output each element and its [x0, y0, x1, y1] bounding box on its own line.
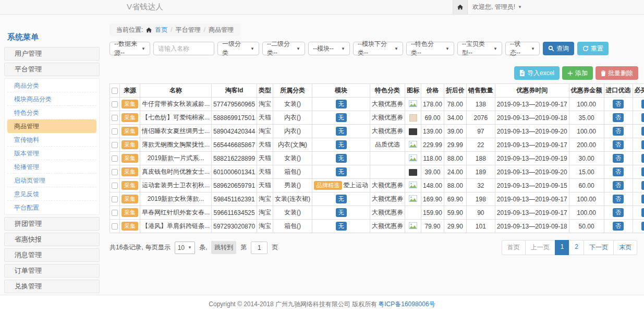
- filter-select-6[interactable]: --模块下分类--▼: [353, 42, 403, 55]
- must-buy-badge[interactable]: 否: [641, 154, 644, 163]
- import-select-badge[interactable]: 否: [613, 208, 624, 217]
- sidebar-item-商品管理[interactable]: 商品管理: [7, 119, 96, 133]
- sidebar-item-平台配置[interactable]: 平台配置: [7, 201, 96, 214]
- sidebar-item-版本管理[interactable]: 版本管理: [7, 147, 96, 160]
- cell-feature: [370, 152, 405, 165]
- product-thumbnail: [409, 114, 417, 122]
- user-menu[interactable]: 欢迎您, 管理员! ▼: [472, 3, 522, 11]
- pager-button-2[interactable]: 2: [569, 240, 584, 255]
- filter-select-7[interactable]: --特色分类--▼: [406, 42, 454, 55]
- must-buy-badge[interactable]: 否: [641, 208, 644, 217]
- column-header-price: 价格: [421, 84, 444, 98]
- table-header-row: 来源名称淘客Id类型所属分类模块特色分类图标价格折后价销售数量优惠券时间优惠券金…: [110, 84, 644, 98]
- cell-name: 【七色纺】可爱纯棉家...: [140, 111, 212, 125]
- sidebar-item-模块商品分类[interactable]: 模块商品分类: [7, 92, 96, 106]
- cell-sales: 198: [466, 192, 495, 206]
- cell-checkbox: [110, 220, 120, 233]
- import-select-badge[interactable]: 否: [613, 127, 624, 136]
- row-checkbox[interactable]: [112, 169, 118, 175]
- sidebar-group-拼团管理[interactable]: 拼团管理: [4, 217, 100, 231]
- sidebar-item-特色分类[interactable]: 特色分类: [7, 106, 96, 119]
- sidebar-group-消息管理[interactable]: 消息管理: [4, 248, 100, 262]
- breadcrumb-separator: /: [171, 26, 172, 33]
- action-toolbar: 导入excel添加批量删除: [110, 66, 638, 80]
- must-buy-badge[interactable]: 否: [641, 181, 644, 190]
- sidebar-group-用户管理[interactable]: 用户管理: [4, 47, 100, 61]
- cell-coupon_time: 2019-09-13—2019-09-18: [495, 111, 569, 125]
- table-row: 采集【港风】单肩斜跨链条...597293020870淘宝箱包()无大额优惠券7…: [110, 220, 644, 233]
- filter-select-4[interactable]: --二级分类--▼: [262, 42, 305, 55]
- page-size-select[interactable]: 10 ▼: [175, 242, 195, 254]
- sidebar-item-宣传物料[interactable]: 宣传物料: [7, 133, 96, 147]
- filter-select-3[interactable]: 一级分类▼: [217, 42, 259, 55]
- row-checkbox[interactable]: [112, 196, 118, 202]
- add-button[interactable]: 添加: [562, 66, 593, 80]
- row-checkbox[interactable]: [112, 101, 118, 107]
- pager-button-末页[interactable]: 末页: [613, 240, 637, 255]
- reset-button[interactable]: 重置: [577, 42, 609, 55]
- sidebar-group-兑换管理[interactable]: 兑换管理: [4, 280, 100, 293]
- breadcrumb: 当前位置: 首页 / 平台管理 / 商品管理: [110, 23, 240, 36]
- row-checkbox[interactable]: [112, 223, 118, 230]
- cell-checkbox: [110, 125, 120, 138]
- pager-button-1[interactable]: 1: [555, 240, 570, 255]
- import-excel-button[interactable]: 导入excel: [514, 66, 560, 80]
- import-select-badge[interactable]: 否: [613, 154, 624, 163]
- sidebar-item-意见反馈[interactable]: 意见反馈: [7, 187, 96, 201]
- import-select-badge[interactable]: 否: [613, 167, 624, 176]
- import-select-badge[interactable]: 否: [613, 140, 624, 149]
- import-select-badge[interactable]: 否: [613, 100, 624, 109]
- column-header-type: 类型: [257, 84, 273, 98]
- cell-module: 无: [312, 98, 370, 111]
- cell-icon: [405, 165, 421, 179]
- filter-select-value: --模块--: [313, 44, 334, 53]
- filter-select-9[interactable]: --状态--▼: [505, 42, 540, 55]
- import-select-badge[interactable]: 否: [613, 181, 624, 190]
- must-buy-badge[interactable]: 否: [641, 100, 644, 109]
- sidebar-group-订单管理[interactable]: 订单管理: [4, 264, 100, 278]
- sidebar-group-省惠快报[interactable]: 省惠快报: [4, 233, 100, 246]
- sidebar-item-轮播管理[interactable]: 轮播管理: [7, 160, 96, 174]
- filter-select-1[interactable]: --数据来源--▼: [110, 42, 150, 55]
- row-checkbox[interactable]: [112, 210, 118, 216]
- filter-select-value: --模块下分类--: [358, 40, 390, 57]
- cell-discount: 88.00: [444, 179, 466, 192]
- cell-tkid: 588216228899: [212, 152, 257, 165]
- product-image-placeholder-icon: [409, 182, 417, 190]
- icp-link[interactable]: 粤ICP备16098006号: [378, 300, 435, 309]
- row-checkbox[interactable]: [112, 155, 118, 162]
- import-select-badge[interactable]: 否: [613, 222, 624, 231]
- page-number-input[interactable]: [251, 242, 268, 254]
- filter-select-5[interactable]: --模块--▼: [308, 42, 350, 55]
- row-checkbox[interactable]: [112, 115, 118, 121]
- import-select-badge[interactable]: 否: [613, 195, 624, 203]
- search-button[interactable]: 查询: [543, 42, 574, 55]
- row-checkbox[interactable]: [112, 183, 118, 189]
- pager-button-下一页[interactable]: 下一页: [584, 240, 614, 255]
- must-buy-badge[interactable]: 否: [641, 195, 644, 203]
- must-buy-badge[interactable]: 否: [641, 140, 644, 149]
- records-total: 共16条记录,: [110, 243, 143, 252]
- breadcrumb-home-link[interactable]: 首页: [155, 26, 167, 34]
- cell-feature: 大额优惠券: [370, 111, 405, 125]
- batch-delete-button[interactable]: 批量删除: [596, 66, 638, 80]
- jump-button[interactable]: 跳转到: [211, 241, 236, 254]
- must-buy-badge[interactable]: 否: [641, 222, 644, 231]
- filter-select-8[interactable]: --宝贝类型--▼: [457, 42, 502, 55]
- cell-must_buy: 否: [633, 111, 644, 125]
- import-select-badge[interactable]: 否: [613, 113, 624, 122]
- sidebar-group-平台管理[interactable]: 平台管理: [4, 63, 100, 76]
- must-buy-badge[interactable]: 否: [641, 127, 644, 136]
- cell-source: 采集: [120, 206, 140, 220]
- select-all-checkbox[interactable]: [112, 88, 118, 94]
- sidebar-item-商品分类[interactable]: 商品分类: [7, 79, 96, 92]
- cell-coupon_amount: 15.00: [569, 165, 604, 179]
- row-checkbox[interactable]: [112, 128, 118, 135]
- must-buy-badge[interactable]: 否: [641, 167, 644, 176]
- sidebar-item-启动页管理[interactable]: 启动页管理: [7, 174, 96, 187]
- home-button[interactable]: [453, 0, 468, 14]
- must-buy-badge[interactable]: 否: [641, 113, 644, 122]
- row-checkbox[interactable]: [112, 142, 118, 148]
- cell-module: 无: [312, 206, 370, 220]
- search-name-input[interactable]: [153, 42, 214, 55]
